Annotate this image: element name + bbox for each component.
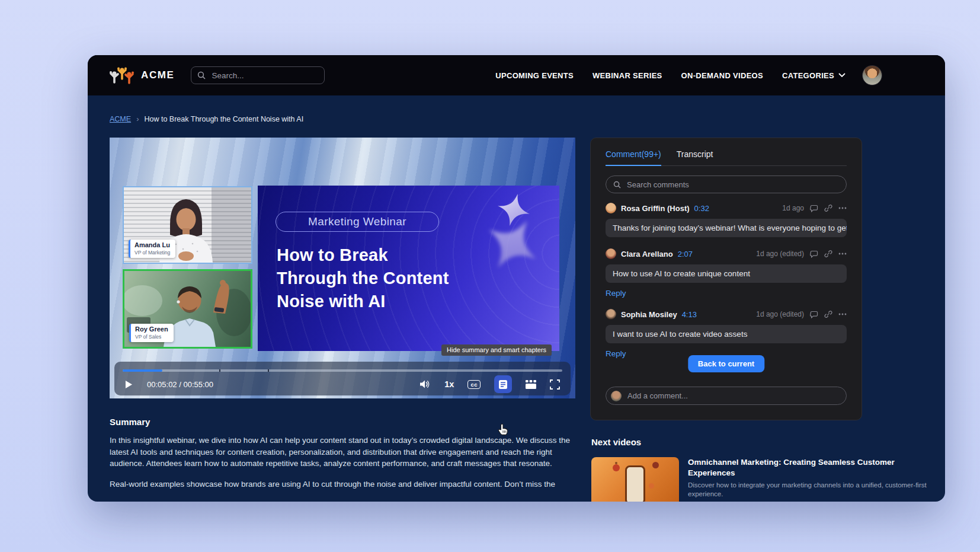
next-videos-heading: Next videos — [591, 437, 927, 447]
time-display: 00:05:02 / 00:55:00 — [147, 380, 213, 389]
comment-item: Rosa Griffin (Host) 0:32 1d ago Thanks f… — [606, 203, 847, 237]
next-video-title[interactable]: Omnichannel Marketing: Creating Seamless… — [688, 457, 927, 478]
speaker-video-amanda: Amanda Lu VP of Marketing — [123, 186, 252, 264]
comment-timestamp-link[interactable]: 4:13 — [682, 310, 697, 319]
webinar-slide: Marketing Webinar How to Break Through t… — [258, 186, 559, 351]
search-icon — [613, 181, 621, 189]
back-to-current-button[interactable]: Back to current — [688, 355, 764, 372]
summary-panel-toggle-button[interactable] — [494, 375, 512, 393]
comment-item: Sophia Mosiley 4:13 1d ago (edited) I wa… — [606, 309, 847, 358]
play-button[interactable] — [125, 380, 133, 389]
copy-link-icon[interactable] — [824, 250, 832, 258]
comment-bubble-icon[interactable] — [810, 205, 818, 212]
speaker-role: VP of Sales — [135, 334, 168, 340]
slide-title-line: Noise with AI — [277, 290, 449, 313]
speaker-name-tag: Roy Green VP of Sales — [129, 324, 174, 342]
app-window: ACME UPCOMING EVENTS WEBINAR SERIES ON-D… — [88, 55, 945, 502]
chapter-marker — [268, 369, 269, 372]
search-icon — [197, 71, 206, 79]
slide-title: How to Break Through the Content Noise w… — [277, 244, 449, 313]
user-avatar[interactable] — [862, 65, 882, 85]
comment-text: Thanks for joining today’s webinar! What… — [606, 219, 847, 237]
next-video-description: Discover how to integrate your marketing… — [688, 481, 927, 499]
comment-header: Sophia Mosiley 4:13 1d ago (edited) — [606, 309, 847, 320]
nav-categories[interactable]: CATEGORIES — [782, 71, 846, 80]
commenter-avatar — [606, 203, 616, 213]
comment-header: Rosa Griffin (Host) 0:32 1d ago — [606, 203, 847, 213]
reply-button[interactable]: Reply — [606, 289, 626, 298]
brand-name: ACME — [141, 69, 174, 81]
breadcrumb-separator: › — [136, 114, 139, 123]
next-video-thumbnail[interactable] — [591, 457, 679, 502]
add-comment-bar[interactable] — [606, 387, 847, 405]
comment-age: 1d ago (edited) — [756, 310, 804, 318]
comment-text: I want to use AI to create video assets — [606, 325, 847, 343]
comment-search-input[interactable] — [626, 180, 839, 190]
acme-logo-icon — [109, 65, 135, 85]
comment-actions: 1d ago — [782, 204, 847, 212]
comment-bubble-icon[interactable] — [810, 311, 818, 318]
playback-speed-button[interactable]: 1x — [444, 379, 454, 389]
seek-bar-fill — [123, 369, 162, 372]
summary-paragraph-1: In this insightful webinar, we dive into… — [110, 435, 579, 470]
breadcrumb: ACME › How to Break Through the Content … — [110, 114, 303, 123]
more-options-icon[interactable] — [838, 207, 847, 209]
sparkle-shape-blurred — [471, 203, 555, 286]
global-search[interactable] — [191, 66, 325, 84]
nav-upcoming-events[interactable]: UPCOMING EVENTS — [495, 71, 574, 80]
top-navbar: ACME UPCOMING EVENTS WEBINAR SERIES ON-D… — [88, 55, 945, 95]
ornament-decoration — [613, 464, 620, 471]
comment-item: Clara Arellano 2:07 1d ago (edited) How … — [606, 248, 847, 298]
more-options-icon[interactable] — [838, 313, 847, 315]
next-video-info: Omnichannel Marketing: Creating Seamless… — [688, 457, 927, 502]
tab-transcript[interactable]: Transcript — [677, 149, 713, 165]
speaker-name: Roy Green — [135, 326, 168, 333]
summary-section: Summary In this insightful webinar, we d… — [110, 417, 579, 499]
comment-author: Sophia Mosiley — [621, 310, 677, 319]
chapters-grid-icon[interactable] — [526, 380, 536, 389]
comment-age: 1d ago (edited) — [756, 250, 804, 258]
fullscreen-icon[interactable] — [550, 379, 560, 390]
comment-search[interactable] — [606, 176, 847, 193]
add-comment-input[interactable] — [626, 391, 841, 401]
controls-row: 00:05:02 / 00:55:00 1x cc — [114, 374, 571, 394]
next-videos-section: Next videos Omnichannel Marketing: Creat… — [591, 437, 927, 502]
comment-age: 1d ago — [782, 204, 804, 212]
video-player[interactable]: Amanda Lu VP of Marketing Roy Gr — [110, 138, 575, 398]
search-input[interactable] — [210, 71, 318, 81]
hide-summary-tooltip: Hide summary and smart chapters — [441, 344, 552, 356]
nav-menu: UPCOMING EVENTS WEBINAR SERIES ON-DEMAND… — [495, 71, 846, 80]
copy-link-icon[interactable] — [824, 204, 832, 212]
slide-title-line: How to Break — [277, 244, 449, 267]
chevron-down-icon — [838, 73, 846, 78]
slide-title-line: Through the Content — [277, 267, 449, 290]
comment-author: Clara Arellano — [621, 250, 673, 259]
tab-comments[interactable]: Comment(99+) — [606, 149, 661, 166]
current-user-avatar — [611, 391, 622, 401]
slide-badge: Marketing Webinar — [276, 212, 439, 232]
speaker-name-tag: Amanda Lu VP of Marketing — [129, 240, 175, 258]
copy-link-icon[interactable] — [824, 310, 832, 318]
next-video-card[interactable]: Omnichannel Marketing: Creating Seamless… — [591, 457, 927, 502]
more-options-icon[interactable] — [838, 253, 847, 255]
speaker-video-roy: Roy Green VP of Sales — [123, 269, 252, 349]
comment-actions: 1d ago (edited) — [756, 250, 847, 258]
comments-panel: Comment(99+) Transcript Rosa Griffin (Ho… — [590, 138, 862, 420]
breadcrumb-current: How to Break Through the Content Noise w… — [144, 115, 303, 123]
nav-webinar-series[interactable]: WEBINAR SERIES — [593, 71, 662, 80]
volume-icon[interactable] — [419, 379, 431, 389]
ornament-decoration — [652, 462, 659, 468]
breadcrumb-home-link[interactable]: ACME — [110, 115, 131, 123]
commenter-avatar — [606, 248, 616, 259]
nav-on-demand-videos[interactable]: ON-DEMAND VIDEOS — [681, 71, 763, 80]
captions-icon[interactable]: cc — [467, 380, 481, 389]
reply-button[interactable]: Reply — [606, 349, 626, 358]
comment-header: Clara Arellano 2:07 1d ago (edited) — [606, 248, 847, 259]
comment-timestamp-link[interactable]: 0:32 — [694, 204, 709, 213]
seek-bar[interactable] — [123, 369, 562, 372]
comment-bubble-icon[interactable] — [810, 250, 818, 258]
summary-paragraph-2: Real-world examples showcase how brands … — [110, 478, 579, 490]
comment-timestamp-link[interactable]: 2:07 — [678, 250, 693, 259]
ornament-decoration — [649, 483, 654, 489]
phone-illustration — [625, 465, 645, 502]
